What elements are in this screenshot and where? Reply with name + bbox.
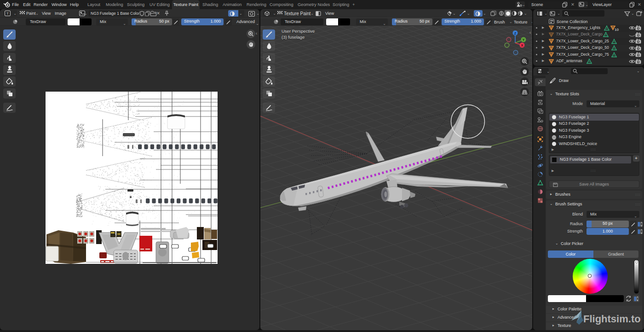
- svg-text:Z: Z: [514, 31, 517, 35]
- svg-text:X: X: [521, 43, 523, 47]
- svg-text:Flightsim.to: Flightsim.to: [583, 313, 641, 325]
- svg-text:Y: Y: [522, 38, 524, 42]
- svg-text:T: T: [6, 12, 9, 16]
